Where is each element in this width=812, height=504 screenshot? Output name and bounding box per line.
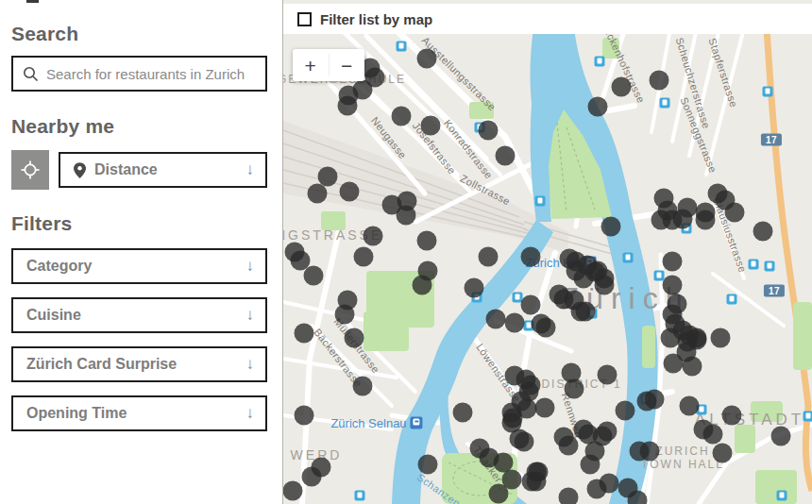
restaurant-marker[interactable] [453,403,473,423]
filter-category-label: Category [26,258,246,275]
restaurant-marker[interactable] [302,467,322,487]
chevron-down-icon: ↓ [246,160,255,179]
restaurant-marker[interactable] [527,462,547,482]
restaurant-marker[interactable] [673,210,693,229]
restaurant-marker[interactable] [722,406,742,426]
restaurant-marker[interactable] [536,318,556,338]
restaurant-marker[interactable] [521,295,541,315]
restaurant-marker[interactable] [559,488,579,504]
nearby-row: Distance ↓ [11,150,267,190]
restaurant-marker[interactable] [480,448,499,468]
restaurant-marker[interactable] [345,328,364,348]
restaurant-marker[interactable] [640,442,660,462]
restaurant-marker[interactable] [598,365,617,385]
filter-category[interactable]: Category ↓ [11,248,267,284]
restaurant-marker[interactable] [588,97,608,117]
restaurant-marker[interactable] [598,422,617,442]
restaurant-marker[interactable] [664,354,684,374]
map-panel: GEWERBESCHULELANGSTRASSEAusstellungsstra… [283,0,812,504]
restaurant-marker[interactable] [581,455,601,475]
filter-cuisine[interactable]: Cuisine ↓ [11,297,267,333]
restaurant-marker[interactable] [753,222,773,242]
restaurant-marker[interactable] [295,324,314,344]
restaurant-marker[interactable] [392,107,412,126]
restaurant-marker[interactable] [535,398,555,418]
restaurant-marker[interactable] [521,247,541,267]
chevron-down-icon: ↓ [246,355,255,374]
restaurant-marker[interactable] [683,357,702,377]
restaurant-marker[interactable] [397,206,416,226]
restaurant-marker[interactable] [616,401,635,421]
restaurant-marker[interactable] [417,49,437,69]
map-pin-icon [74,162,86,178]
restaurant-marker[interactable] [479,121,499,141]
zoom-in-button[interactable]: + [293,49,329,81]
restaurant-marker[interactable] [335,305,355,325]
search-icon [23,66,39,82]
restaurant-marker[interactable] [479,247,499,267]
restaurant-marker[interactable] [489,484,509,504]
restaurant-marker[interactable] [559,436,579,456]
search-heading: Search [11,23,267,45]
restaurant-marker[interactable] [283,481,303,501]
restaurant-marker[interactable] [417,231,437,251]
search-input[interactable] [46,66,258,82]
map-topbar: Filter list by map [283,4,812,34]
restaurant-marker[interactable] [600,474,619,494]
restaurant-marker[interactable] [725,203,745,223]
restaurant-marker[interactable] [354,247,374,267]
locate-me-button[interactable] [11,150,49,190]
restaurant-marker[interactable] [680,396,700,416]
restaurant-marker[interactable] [364,227,383,246]
restaurant-marker[interactable] [304,266,324,286]
restaurant-marker[interactable] [338,96,358,116]
restaurant-marker[interactable] [711,328,731,348]
distance-dropdown[interactable]: Distance ↓ [59,152,267,188]
chevron-down-icon: ↓ [246,306,255,325]
restaurant-marker[interactable] [567,261,586,281]
restaurant-marker[interactable] [421,116,441,136]
restaurant-marker[interactable] [496,146,516,166]
restaurant-marker[interactable] [517,399,537,419]
filter-opening-time[interactable]: Opening Time ↓ [11,395,267,431]
restaurant-marker[interactable] [295,406,314,426]
restaurant-marker[interactable] [612,77,632,97]
nearby-heading: Nearby me [11,115,267,138]
restaurant-marker[interactable] [663,252,683,272]
chevron-down-icon: ↓ [246,404,255,423]
restaurant-marker[interactable] [771,427,791,446]
clipped-text-fragment [26,0,39,3]
locate-icon [20,160,41,180]
restaurant-marker[interactable] [713,444,733,463]
restaurant-marker[interactable] [703,425,723,445]
restaurant-marker[interactable] [340,182,360,202]
chevron-down-icon: ↓ [246,257,255,276]
restaurant-marker[interactable] [601,217,621,237]
search-box[interactable] [11,56,267,92]
filter-by-map-label[interactable]: Filter list by map [320,11,432,27]
restaurant-marker[interactable] [353,377,373,396]
restaurant-marker[interactable] [650,71,669,91]
restaurant-marker[interactable] [413,276,432,295]
restaurant-marker[interactable] [505,313,525,333]
restaurant-marker[interactable] [696,210,716,230]
restaurant-marker[interactable] [565,379,584,399]
restaurant-marker[interactable] [308,184,328,204]
distance-label: Distance [94,161,246,178]
restaurant-marker[interactable] [465,278,484,298]
app-root: Search Nearby me [0,0,812,504]
restaurant-marker[interactable] [663,276,683,295]
filter-zurich-card-surprise[interactable]: Zürich Card Surprise ↓ [11,346,267,382]
restaurant-marker[interactable] [515,432,534,452]
sidebar: Search Nearby me [0,0,283,504]
restaurant-marker[interactable] [418,455,438,475]
restaurant-marker[interactable] [486,310,506,329]
filters-heading: Filters [11,212,267,235]
restaurant-marker[interactable] [595,276,615,295]
restaurant-marker[interactable] [576,302,596,322]
filter-by-map-checkbox[interactable] [297,12,312,26]
restaurant-marker[interactable] [628,491,648,504]
restaurant-marker[interactable] [645,390,665,410]
map-zoom-control: + − [293,49,364,81]
zoom-out-button[interactable]: − [330,49,365,81]
